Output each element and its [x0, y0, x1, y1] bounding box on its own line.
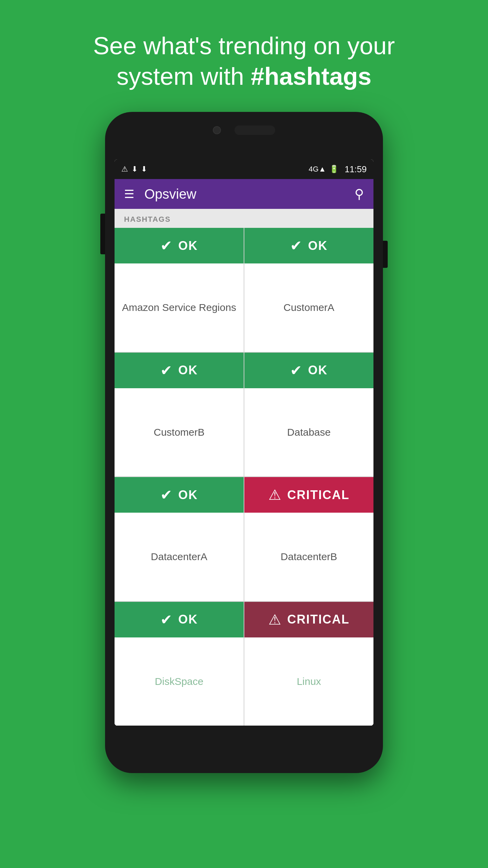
hashtag-card-datacentera[interactable]: ✔ OK DatacenterA	[115, 477, 244, 601]
card-status-datacenterb: ⚠ CRITICAL	[244, 477, 373, 513]
status-label-datacentera: OK	[178, 488, 198, 502]
search-icon[interactable]: ⚲	[354, 186, 364, 201]
card-status-datacentera: ✔ OK	[115, 477, 244, 513]
hashtag-card-database[interactable]: ✔ OK Database	[244, 353, 373, 477]
volume-button	[100, 214, 105, 254]
app-title: Opsview	[144, 186, 354, 202]
card-status-database: ✔ OK	[244, 353, 373, 388]
status-label-amazon: OK	[178, 239, 198, 253]
ok-check-icon-4: ✔	[290, 362, 302, 379]
card-status-amazon: ✔ OK	[115, 228, 244, 263]
status-label-customera: OK	[308, 239, 328, 253]
phone-shell: ⚠ ⬇ ⬇ 4G▲ 🔋 11:59 ☰ Opsview ⚲ HASHTAGS	[105, 112, 383, 773]
card-label-linux: Linux	[244, 637, 373, 726]
app-bar: ☰ Opsview ⚲	[115, 179, 373, 209]
warning-status-icon: ⚠	[121, 165, 128, 174]
hero-hashtag: #hashtags	[251, 63, 371, 90]
card-status-linux: ⚠ CRITICAL	[244, 602, 373, 637]
hero-line1: See what's trending on your	[93, 32, 395, 59]
ok-check-icon-2: ✔	[290, 237, 302, 254]
power-button	[383, 241, 388, 268]
status-label-customerb: OK	[178, 363, 198, 377]
card-label-customera: CustomerA	[244, 263, 373, 352]
battery-icon: 🔋	[329, 165, 339, 174]
hashtag-card-customera[interactable]: ✔ OK CustomerA	[244, 228, 373, 352]
card-status-diskspace: ✔ OK	[115, 602, 244, 637]
phone-device: ⚠ ⬇ ⬇ 4G▲ 🔋 11:59 ☰ Opsview ⚲ HASHTAGS	[105, 112, 383, 773]
card-label-diskspace: DiskSpace	[115, 637, 244, 726]
speaker-grille	[235, 125, 275, 135]
download2-status-icon: ⬇	[141, 165, 147, 174]
ok-check-icon-3: ✔	[160, 362, 172, 379]
hashtag-card-datacenterb[interactable]: ⚠ CRITICAL DatacenterB	[244, 477, 373, 601]
card-label-datacentera: DatacenterA	[115, 513, 244, 601]
status-time: 11:59	[345, 164, 367, 175]
critical-warn-icon-2: ⚠	[268, 611, 281, 628]
status-bar: ⚠ ⬇ ⬇ 4G▲ 🔋 11:59	[115, 159, 373, 179]
hashtags-grid: ✔ OK Amazon Service Regions ✔ OK Custome…	[115, 228, 373, 726]
phone-top-bar	[193, 125, 295, 135]
section-label: HASHTAGS	[124, 215, 171, 223]
phone-screen: ⚠ ⬇ ⬇ 4G▲ 🔋 11:59 ☰ Opsview ⚲ HASHTAGS	[115, 159, 373, 726]
status-icons-left: ⚠ ⬇ ⬇	[121, 165, 147, 174]
card-status-customera: ✔ OK	[244, 228, 373, 263]
hashtag-card-customerb[interactable]: ✔ OK CustomerB	[115, 353, 244, 477]
signal-icon: 4G▲	[309, 165, 326, 174]
status-icons-right: 4G▲ 🔋 11:59	[309, 164, 367, 175]
card-status-customerb: ✔ OK	[115, 353, 244, 388]
status-label-datacenterb: CRITICAL	[287, 488, 350, 502]
status-label-database: OK	[308, 363, 328, 377]
status-label-linux: CRITICAL	[287, 612, 350, 627]
critical-warn-icon: ⚠	[268, 487, 281, 503]
hero-line2: system with	[117, 63, 251, 90]
hamburger-menu-icon[interactable]: ☰	[124, 187, 134, 201]
ok-check-icon-6: ✔	[160, 611, 172, 628]
hashtag-card-linux[interactable]: ⚠ CRITICAL Linux	[244, 602, 373, 726]
ok-check-icon: ✔	[160, 237, 172, 254]
hero-text: See what's trending on your system with …	[66, 31, 422, 92]
download1-status-icon: ⬇	[131, 165, 138, 174]
card-label-database: Database	[244, 388, 373, 477]
card-label-customerb: CustomerB	[115, 388, 244, 477]
card-label-datacenterb: DatacenterB	[244, 513, 373, 601]
hashtag-card-diskspace[interactable]: ✔ OK DiskSpace	[115, 602, 244, 726]
status-label-diskspace: OK	[178, 612, 198, 627]
card-label-amazon: Amazon Service Regions	[115, 263, 244, 352]
camera-dot	[213, 126, 221, 134]
ok-check-icon-5: ✔	[160, 487, 172, 503]
hashtag-card-amazon[interactable]: ✔ OK Amazon Service Regions	[115, 228, 244, 352]
section-header: HASHTAGS	[115, 209, 373, 228]
